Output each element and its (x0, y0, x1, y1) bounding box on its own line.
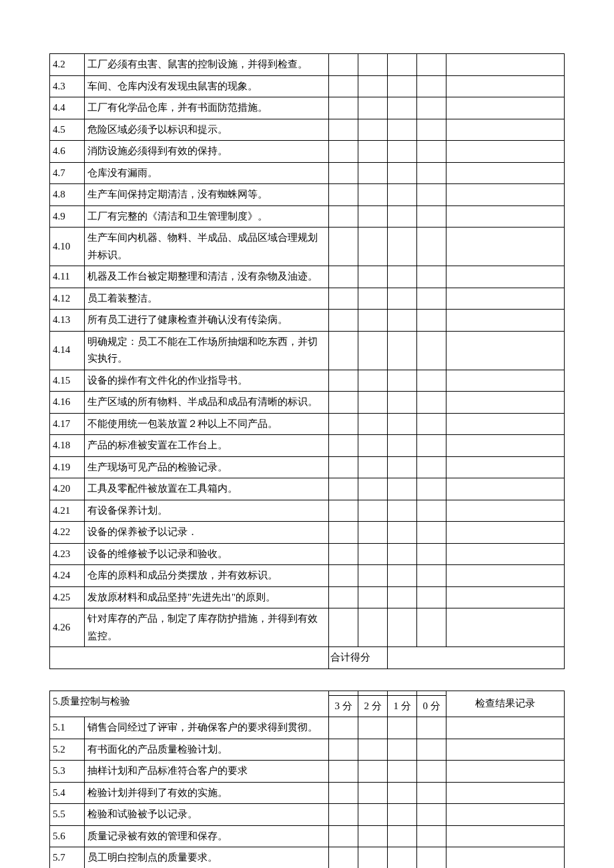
checklist-table-section-5: 5.质量控制与检验检查结果记录3 分2 分1 分0 分5.1销售合同经过了评审，… (49, 691, 565, 869)
score-cell (417, 141, 446, 163)
row-number: 4.11 (50, 266, 85, 288)
score-cell (388, 413, 417, 435)
row-description: 质量记录被有效的管理和保存。 (85, 825, 329, 847)
result-cell (446, 288, 565, 310)
row-number: 5.5 (50, 804, 85, 826)
result-cell (446, 500, 565, 522)
score-cell (388, 228, 417, 266)
score-cell (388, 331, 417, 370)
result-cell (446, 75, 565, 97)
row-number: 4.4 (50, 97, 85, 119)
score-cell (358, 288, 388, 310)
score-cell (417, 825, 446, 847)
score-cell (329, 586, 358, 608)
score-cell (388, 266, 417, 288)
row-number: 4.23 (50, 543, 85, 565)
score-cell (329, 97, 358, 119)
score-cell (388, 522, 417, 544)
score-cell (329, 825, 358, 847)
score-cell (388, 119, 417, 141)
row-number: 4.7 (50, 162, 85, 184)
table-row: 5.5检验和试验被予以记录。 (50, 804, 565, 826)
row-number: 4.15 (50, 370, 85, 392)
score-cell (329, 228, 358, 266)
score-cell (358, 804, 388, 826)
score-cell (358, 184, 388, 206)
result-cell (446, 782, 565, 804)
score-cell (329, 413, 358, 435)
score-cell (358, 162, 388, 184)
score-cell (329, 522, 358, 544)
score-cell (388, 500, 417, 522)
score-cell (358, 310, 388, 332)
table-row: 4.6消防设施必须得到有效的保持。 (50, 141, 565, 163)
table-row: 4.21有设备保养计划。 (50, 500, 565, 522)
score-cell (358, 97, 388, 119)
row-description: 检验和试验被予以记录。 (85, 804, 329, 826)
row-description: 工厂有化学品仓库，并有书面防范措施。 (85, 97, 329, 119)
row-description: 工具及零配件被放置在工具箱内。 (85, 478, 329, 500)
score-cell (388, 310, 417, 332)
checklist-table-section-4: 4.2工厂必须有虫害、鼠害的控制设施，并得到检查。4.3车间、仓库内没有发现虫鼠… (49, 53, 565, 669)
result-cell (446, 717, 565, 739)
row-description: 设备的保养被予以记录． (85, 522, 329, 544)
row-description: 生产现场可见产品的检验记录。 (85, 456, 329, 478)
row-number: 4.21 (50, 500, 85, 522)
result-cell (446, 162, 565, 184)
score-cell (358, 141, 388, 163)
score-cell (417, 739, 446, 761)
row-description: 危险区域必须予以标识和提示。 (85, 119, 329, 141)
result-cell (446, 392, 565, 414)
score-cell (358, 413, 388, 435)
score-cell (417, 184, 446, 206)
score-cell (329, 608, 358, 647)
score-cell (358, 478, 388, 500)
score-header: 0 分 (417, 695, 446, 717)
score-cell (329, 782, 358, 804)
row-description: 有书面化的产品质量检验计划。 (85, 739, 329, 761)
score-cell (358, 331, 388, 370)
score-cell (388, 97, 417, 119)
row-description: 机器及工作台被定期整理和清洁，没有杂物及油迹。 (85, 266, 329, 288)
row-number: 4.16 (50, 392, 85, 414)
result-cell (446, 119, 565, 141)
score-cell (329, 119, 358, 141)
score-cell (329, 54, 358, 76)
table-row: 4.17不能使用统一包装放置２种以上不同产品。 (50, 413, 565, 435)
score-cell (417, 413, 446, 435)
row-number: 4.24 (50, 565, 85, 587)
row-number: 5.6 (50, 825, 85, 847)
score-cell (388, 370, 417, 392)
row-description: 设备的维修被予以记录和验收。 (85, 543, 329, 565)
row-description: 员工明白控制点的质量要求。 (85, 847, 329, 869)
score-cell (388, 543, 417, 565)
score-cell (329, 500, 358, 522)
table-row: 5.3抽样计划和产品标准符合客户的要求 (50, 761, 565, 783)
result-cell (446, 54, 565, 76)
row-description: 工厂有完整的《清洁和卫生管理制度》。 (85, 205, 329, 228)
score-cell (417, 266, 446, 288)
score-cell (388, 739, 417, 761)
score-cell (329, 456, 358, 478)
result-cell (446, 522, 565, 544)
score-cell (388, 565, 417, 587)
result-cell (446, 565, 565, 587)
score-cell (358, 370, 388, 392)
score-cell (388, 761, 417, 783)
score-cell (358, 205, 388, 228)
section-header-row: 5.质量控制与检验检查结果记录 (50, 691, 565, 695)
score-cell (417, 97, 446, 119)
score-cell (417, 717, 446, 739)
row-description: 检验计划并得到了有效的实施。 (85, 782, 329, 804)
row-number: 5.4 (50, 782, 85, 804)
result-cell (446, 586, 565, 608)
result-cell (446, 825, 565, 847)
table-row: 4.11机器及工作台被定期整理和清洁，没有杂物及油迹。 (50, 266, 565, 288)
score-cell (358, 608, 388, 647)
result-cell (446, 456, 565, 478)
table-row: 4.5危险区域必须予以标识和提示。 (50, 119, 565, 141)
score-cell (329, 75, 358, 97)
result-cell (446, 543, 565, 565)
score-cell (417, 119, 446, 141)
row-number: 4.12 (50, 288, 85, 310)
